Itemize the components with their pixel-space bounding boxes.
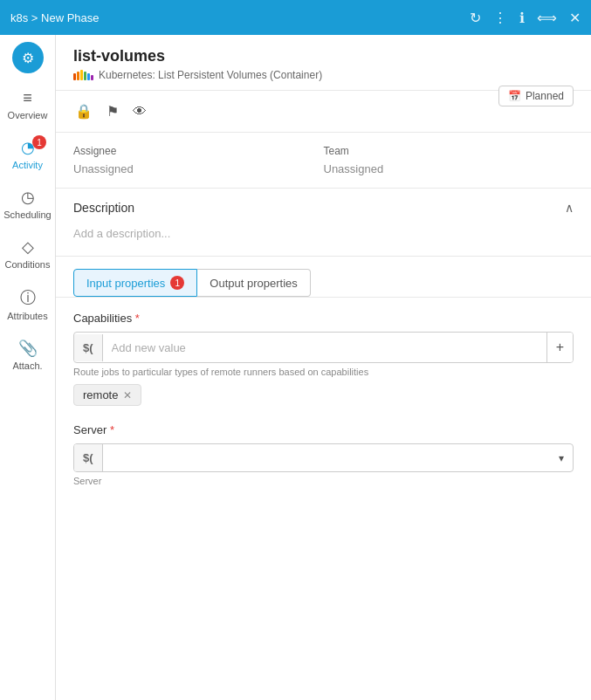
description-placeholder[interactable]: Add a description... <box>73 223 574 244</box>
capabilities-prefix[interactable]: $( <box>74 334 103 361</box>
tabs-row: Input properties 1 Output properties <box>73 269 574 297</box>
sidebar-item-activity[interactable]: 1 ◔ Activity <box>0 129 55 179</box>
server-prefix-label: $( <box>83 451 93 464</box>
server-field-group: Server $( ▾ Server <box>73 423 574 486</box>
attach-icon: 📎 <box>18 339 38 358</box>
overview-icon: ≡ <box>23 89 32 107</box>
page-title: list-volumes <box>73 47 574 65</box>
tabs-section: Input properties 1 Output properties <box>56 257 591 298</box>
sidebar-item-label: Activity <box>12 160 43 170</box>
eye-icon[interactable]: 👁 <box>131 102 148 121</box>
planned-label: Planned <box>526 90 564 102</box>
capabilities-input[interactable] <box>103 334 546 361</box>
tab-input-properties[interactable]: Input properties 1 <box>73 269 197 297</box>
capabilities-tags: remote ✕ <box>73 384 574 406</box>
prefix-label: $( <box>83 341 93 354</box>
sidebar-item-attributes[interactable]: ⓘ Attributes <box>0 278 55 330</box>
capabilities-hint: Route jobs to particular types of remote… <box>73 367 574 377</box>
team-col: Team Unassigned <box>324 145 574 175</box>
chevron-down-icon: ▾ <box>550 445 573 471</box>
server-footer-label: Server <box>73 476 574 486</box>
sidebar-item-label: Attach. <box>12 360 42 371</box>
sidebar-item-conditions[interactable]: ◇ Conditions <box>0 229 55 278</box>
sidebar-item-label: Attributes <box>7 311 47 321</box>
gear-icon: ⚙ <box>22 50 34 66</box>
flag-icon[interactable]: ⚑ <box>105 101 120 121</box>
capabilities-tag-remote: remote ✕ <box>73 384 141 406</box>
top-bar-actions: ↻ ⋮ ℹ ⟺ ✕ <box>470 10 581 26</box>
content-subtitle: Kubernetes: List Persistent Volumes (Con… <box>73 69 574 81</box>
server-prefix[interactable]: $( <box>74 444 103 471</box>
capabilities-label: Capabilities <box>73 312 574 325</box>
description-label: Description <box>73 201 134 215</box>
tab-output-label: Output properties <box>210 277 297 290</box>
sidebar-item-overview[interactable]: ≡ Overview <box>0 80 55 129</box>
server-input-row: $( ▾ <box>73 443 574 472</box>
assignee-value[interactable]: Unassigned <box>73 162 324 175</box>
sidebar-item-label: Conditions <box>5 259 51 270</box>
attributes-icon: ⓘ <box>20 287 36 308</box>
team-label: Team <box>324 145 574 157</box>
subtitle-text: Kubernetes: List Persistent Volumes (Con… <box>99 69 322 81</box>
tab-output-properties[interactable]: Output properties <box>197 269 310 297</box>
sidebar-logo[interactable]: ⚙ <box>12 42 44 73</box>
content-header: list-volumes Kubernetes: List Persistent… <box>56 35 591 91</box>
breadcrumb: k8s > New Phase <box>10 11 100 24</box>
info-icon[interactable]: ℹ <box>519 10 525 26</box>
main-layout: ⚙ ≡ Overview 1 ◔ Activity ◷ Scheduling ◇… <box>0 35 591 700</box>
conditions-icon: ◇ <box>22 237 34 257</box>
close-icon[interactable]: ✕ <box>569 10 581 26</box>
tag-remove-icon[interactable]: ✕ <box>123 389 132 401</box>
refresh-icon[interactable]: ↻ <box>470 10 481 26</box>
description-section: Description ∧ Add a description... <box>56 189 591 257</box>
activity-badge: 1 <box>32 135 46 149</box>
tag-label: remote <box>83 388 118 401</box>
calendar-icon: 📅 <box>508 90 521 102</box>
server-select[interactable] <box>103 444 550 471</box>
sidebar-item-label: Overview <box>8 110 48 120</box>
capabilities-input-row: $( + <box>73 332 574 363</box>
sidebar-item-attach[interactable]: 📎 Attach. <box>0 330 55 380</box>
kubernetes-icon <box>73 70 93 80</box>
collapse-icon[interactable]: ∧ <box>565 201 574 215</box>
input-tab-badge: 1 <box>170 276 184 290</box>
description-header: Description ∧ <box>73 201 574 215</box>
tab-input-label: Input properties <box>86 277 165 290</box>
sidebar-item-label: Scheduling <box>3 209 51 220</box>
assignee-team-row: Assignee Unassigned Team Unassigned <box>56 133 591 189</box>
properties-content: Capabilities $( + Route jobs to particul… <box>56 298 591 518</box>
lock-icon[interactable]: 🔒 <box>73 101 94 121</box>
assignee-label: Assignee <box>73 145 324 157</box>
sidebar: ⚙ ≡ Overview 1 ◔ Activity ◷ Scheduling ◇… <box>0 35 56 700</box>
scheduling-icon: ◷ <box>21 188 35 207</box>
team-value[interactable]: Unassigned <box>324 162 574 175</box>
more-icon[interactable]: ⋮ <box>493 10 507 26</box>
capabilities-field-group: Capabilities $( + Route jobs to particul… <box>73 312 574 406</box>
assignee-col: Assignee Unassigned <box>73 145 324 175</box>
server-label: Server <box>73 423 574 436</box>
planned-badge[interactable]: 📅 Planned <box>498 86 574 106</box>
top-bar: k8s > New Phase ↻ ⋮ ℹ ⟺ ✕ <box>0 0 591 35</box>
content-area: list-volumes Kubernetes: List Persistent… <box>56 35 591 700</box>
capabilities-add-button[interactable]: + <box>546 333 573 362</box>
sidebar-item-scheduling[interactable]: ◷ Scheduling <box>0 179 55 229</box>
expand-icon[interactable]: ⟺ <box>537 10 557 26</box>
